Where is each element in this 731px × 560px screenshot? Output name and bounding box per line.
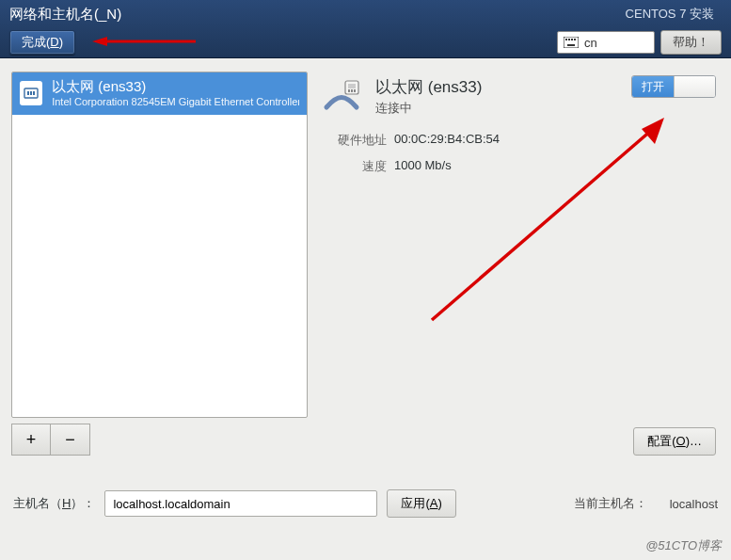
current-hostname-label: 当前主机名：: [574, 495, 647, 512]
apply-hostname-button[interactable]: 应用(A): [387, 489, 455, 518]
svg-rect-16: [354, 89, 356, 92]
page-title: 网络和主机名(_N): [9, 6, 121, 24]
add-device-button[interactable]: +: [11, 424, 51, 456]
speed-value: 1000 Mb/s: [394, 158, 720, 175]
svg-rect-0: [564, 37, 579, 48]
mac-value: 00:0C:29:B4:CB:54: [394, 132, 720, 149]
svg-rect-9: [27, 91, 29, 95]
speed-label: 速度: [321, 158, 387, 175]
network-item-desc: Intel Corporation 82545EM Gigabit Ethern…: [52, 96, 299, 109]
svg-rect-1: [565, 39, 567, 40]
toggle-knob: [674, 76, 715, 97]
hostname-input[interactable]: [104, 490, 377, 517]
ethernet-icon: [20, 81, 42, 105]
keyboard-layout-indicator[interactable]: cn: [557, 31, 655, 54]
network-device-item[interactable]: 以太网 (ens33) Intel Corporation 82545EM Gi…: [12, 72, 307, 115]
svg-rect-4: [574, 39, 576, 40]
svg-rect-10: [30, 91, 32, 95]
svg-rect-5: [567, 44, 575, 46]
keyboard-icon: [564, 37, 579, 48]
svg-rect-3: [571, 39, 573, 40]
mac-label: 硬件地址: [321, 132, 387, 149]
hostname-label: 主机名（H）：: [13, 495, 95, 512]
network-toggle[interactable]: 打开: [631, 75, 716, 98]
install-title: CENTOS 7 安装: [626, 6, 714, 23]
done-button[interactable]: 完成(D): [9, 30, 75, 55]
svg-rect-2: [568, 39, 570, 40]
svg-rect-13: [348, 84, 356, 88]
add-remove-toolbar: + −: [11, 424, 308, 456]
network-item-name: 以太网 (ens33): [52, 78, 299, 96]
svg-rect-11: [33, 91, 35, 95]
watermark: @51CTO博客: [645, 537, 722, 554]
svg-rect-14: [348, 89, 350, 92]
device-status: 连接中: [375, 100, 482, 117]
toggle-on-label: 打开: [632, 76, 674, 97]
header-bar: 网络和主机名(_N) CENTOS 7 安装 完成(D) cn 帮助！: [0, 0, 731, 58]
hostname-row: 主机名（H）： 应用(A) 当前主机名： localhost: [0, 456, 731, 518]
network-left-panel: 以太网 (ens33) Intel Corporation 82545EM Gi…: [11, 72, 308, 456]
svg-rect-15: [351, 89, 353, 92]
network-detail-panel: 以太网 (ens33) 连接中 打开 硬件地址 00:0C:29:B4:CB:5…: [321, 72, 720, 456]
main-content: 以太网 (ens33) Intel Corporation 82545EM Gi…: [0, 58, 731, 456]
device-title: 以太网 (ens33): [375, 76, 482, 98]
current-hostname-value: localhost: [670, 497, 718, 511]
ethernet-large-icon: [321, 75, 362, 117]
keyboard-layout-label: cn: [584, 36, 597, 50]
network-device-list[interactable]: 以太网 (ens33) Intel Corporation 82545EM Gi…: [11, 72, 308, 418]
configure-button[interactable]: 配置(O)…: [633, 427, 716, 456]
help-button[interactable]: 帮助！: [660, 30, 722, 55]
remove-device-button[interactable]: −: [51, 424, 90, 456]
